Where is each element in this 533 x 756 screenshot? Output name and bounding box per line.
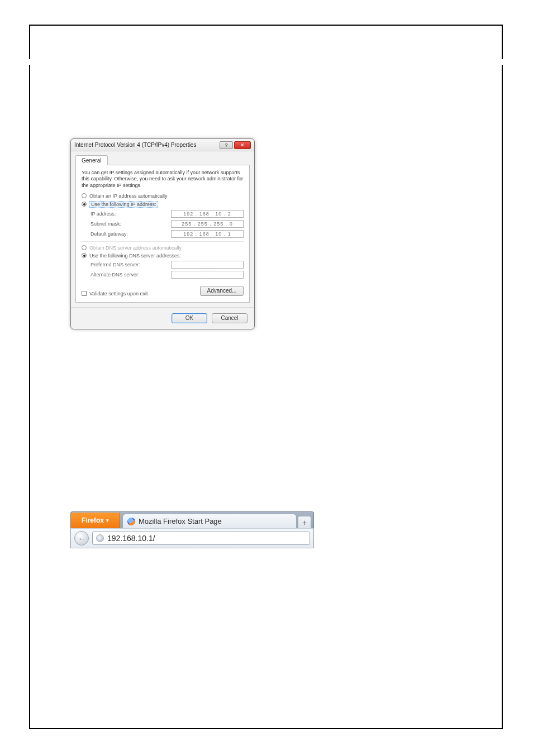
radio-label: Use the following DNS server addresses: (89, 253, 181, 259)
field-alternate-dns: Alternate DNS server: . . . (91, 271, 244, 279)
firefox-favicon-icon (127, 518, 135, 525)
caret-down-icon: ▾ (106, 518, 109, 523)
globe-icon (96, 534, 104, 542)
page-header-frame (29, 25, 503, 59)
radio-icon (82, 202, 87, 207)
cancel-button[interactable]: Cancel (212, 313, 248, 323)
browser-tab[interactable]: Mozilla Firefox Start Page (122, 514, 297, 528)
field-label: Alternate DNS server: (91, 272, 168, 277)
radio-label: Obtain DNS server address automatically (89, 245, 182, 251)
field-label: Default gateway: (91, 231, 168, 237)
checkbox-label: Validate settings upon exit (89, 291, 147, 296)
checkbox-icon (82, 291, 87, 296)
dialog-titlebar: Internet Protocol Version 4 (TCP/IPv4) P… (71, 139, 254, 151)
firefox-window: Firefox ▾ Mozilla Firefox Start Page + ←… (70, 511, 314, 548)
ok-button[interactable]: OK (172, 313, 207, 323)
radio-label: Obtain an IP address automatically (89, 193, 167, 199)
ipv4-properties-dialog: Internet Protocol Version 4 (TCP/IPv4) P… (70, 138, 255, 329)
firefox-app-button[interactable]: Firefox ▾ (71, 513, 120, 528)
url-text: 192.168.10.1/ (107, 534, 155, 543)
radio-icon (82, 193, 87, 198)
address-bar[interactable]: 192.168.10.1/ (92, 532, 310, 545)
ip-address-input[interactable]: 192 . 168 . 10 . 2 (171, 210, 244, 218)
field-label: IP address: (91, 211, 168, 217)
field-preferred-dns: Preferred DNS server: . . . (91, 261, 244, 269)
tab-general[interactable]: General (75, 155, 108, 165)
validate-on-exit[interactable]: Validate settings upon exit (82, 291, 147, 296)
help-button[interactable]: ? (220, 141, 233, 149)
separator (82, 241, 244, 242)
dialog-button-row: OK Cancel (71, 307, 254, 329)
field-label: Preferred DNS server: (91, 262, 168, 267)
field-label: Subnet mask: (91, 221, 168, 227)
dialog-title: Internet Protocol Version 4 (TCP/IPv4) P… (74, 142, 218, 148)
radio-obtain-dns-auto: Obtain DNS server address automatically (82, 245, 244, 251)
preferred-dns-input[interactable]: . . . (171, 261, 244, 269)
field-default-gateway: Default gateway: 192 . 168 . 10 . 1 (91, 230, 244, 238)
new-tab-button[interactable]: + (298, 516, 311, 528)
tabstrip: General (75, 155, 250, 165)
default-gateway-input[interactable]: 192 . 168 . 10 . 1 (171, 230, 244, 238)
field-ip-address: IP address: 192 . 168 . 10 . 2 (91, 210, 244, 218)
radio-obtain-ip-auto[interactable]: Obtain an IP address automatically (82, 193, 244, 199)
firefox-tabstrip: Firefox ▾ Mozilla Firefox Start Page + (70, 511, 314, 528)
subnet-mask-input[interactable]: 255 . 255 . 255 . 0 (171, 220, 244, 228)
tab-panel-general: You can get IP settings assigned automat… (75, 165, 250, 303)
back-button[interactable]: ← (74, 531, 89, 546)
radio-use-following-dns[interactable]: Use the following DNS server addresses: (82, 253, 244, 259)
radio-use-following-ip[interactable]: Use the following IP address: (82, 201, 244, 208)
radio-icon (82, 253, 87, 258)
firefox-app-label: Firefox (82, 516, 104, 524)
alternate-dns-input[interactable]: . . . (171, 271, 244, 279)
intro-text: You can get IP settings assigned automat… (82, 170, 244, 189)
radio-label: Use the following IP address: (89, 201, 158, 208)
advanced-button[interactable]: Advanced... (200, 286, 244, 296)
browser-tab-title: Mozilla Firefox Start Page (139, 517, 222, 525)
radio-icon (82, 245, 87, 250)
firefox-toolbar: ← 192.168.10.1/ (70, 528, 314, 548)
close-button[interactable]: ✕ (234, 141, 251, 149)
arrow-left-icon: ← (78, 534, 85, 543)
field-subnet-mask: Subnet mask: 255 . 255 . 255 . 0 (91, 220, 244, 228)
